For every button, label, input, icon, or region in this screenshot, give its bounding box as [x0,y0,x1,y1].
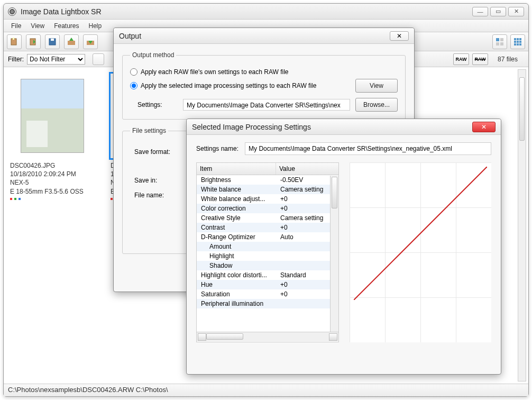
settings-table-body[interactable]: Brightness-0.50EVWhite balanceCamera set… [197,175,338,332]
output-dialog-titlebar: Output ✕ [114,28,414,44]
menu-help[interactable]: Help [85,21,106,31]
view-mode-2[interactable] [510,34,525,49]
row-value: +0 [276,280,338,289]
settings-name-value: My Documents\Image Data Converter SR\Set… [245,142,491,155]
filter-extra-button[interactable] [93,53,104,65]
svg-rect-11 [514,38,516,40]
svg-line-20 [354,167,487,300]
thumb-date: 10/18/2010 2:09:24 PM [10,170,100,178]
radio-own-settings-label: Apply each RAW file's own settings to ea… [141,68,289,76]
view-button[interactable]: View [355,79,398,93]
sips-dialog: Selected Image Processing Settings ✕ Set… [186,119,501,375]
row-value [276,242,338,251]
file-name-label: File name: [130,192,183,199]
thumb-filename: DSC00426.JPG [10,161,100,170]
output-dialog-close[interactable]: ✕ [390,31,409,41]
svg-rect-1 [13,38,14,40]
sips-close-button[interactable]: ✕ [472,122,496,132]
menu-view[interactable]: View [26,21,49,31]
row-item: Saturation [197,289,276,299]
settings-name-label: Settings name: [196,145,239,152]
raw-button-1[interactable]: RAW [453,53,469,65]
close-button[interactable]: ✕ [508,7,524,16]
toolbar-btn-1[interactable] [7,34,22,49]
table-row[interactable]: Contrast+0 [197,223,338,232]
svg-rect-13 [519,38,521,40]
thumbnail-image[interactable] [10,74,95,158]
thumbnail[interactable]: DSC00426.JPG 10/18/2010 2:09:24 PM NEX-5… [10,74,100,200]
row-value [276,261,338,270]
filter-label: Filter: [8,56,24,63]
app-title: Image Data Lightbox SR [21,7,472,16]
thumb-camera: NEX-5 [10,178,100,187]
table-row[interactable]: Creative StyleCamera setting [197,213,338,223]
file-count: 87 files [498,56,518,63]
file-settings-legend: File settings [130,127,168,134]
table-hscroll[interactable] [197,332,338,341]
settings-path: My Documents\Image Data Converter SR\Set… [183,99,350,111]
main-scrollbar[interactable] [518,69,526,381]
table-row[interactable]: D-Range OptimizerAuto [197,232,338,242]
toolbar-btn-2[interactable] [26,34,41,49]
thumb-lens: E 18-55mm F3.5-5.6 OSS [10,187,100,196]
svg-rect-8 [500,38,503,41]
row-item: D-Range Optimizer [197,232,276,242]
row-item: Highlight color distorti... [197,270,276,280]
svg-rect-14 [514,41,516,43]
svg-rect-18 [517,43,519,46]
svg-rect-15 [517,41,519,43]
row-item: Highlight [197,251,276,261]
table-row[interactable]: White balance adjust...+0 [197,194,338,204]
svg-rect-10 [500,42,503,46]
raw-button-2[interactable]: RAW [472,53,488,65]
settings-label: Settings: [130,101,178,108]
col-value: Value [276,163,338,175]
view-mode-1[interactable] [492,34,507,49]
row-value [276,251,338,261]
row-value: Standard [276,270,338,280]
save-button[interactable] [45,34,60,49]
table-row[interactable]: Saturation+0 [197,289,338,299]
row-item: Shadow [197,261,276,270]
row-value: -0.50EV [276,175,338,185]
save-in-label: Save in: [130,177,183,184]
radio-selected-settings[interactable] [130,82,137,89]
row-value: +0 [276,223,338,232]
row-item: Amount [197,242,276,251]
maximize-button[interactable]: ▭ [490,7,506,16]
output-method-group: Output method Apply each RAW file's own … [122,51,406,120]
row-value: +0 [276,289,338,299]
toolbar-btn-5[interactable] [83,34,98,49]
toolbar-btn-4[interactable] [64,34,79,49]
table-row[interactable]: Peripheral illumination [197,299,338,308]
browse-button[interactable]: Browse... [355,98,398,112]
table-row[interactable]: Amount [197,242,338,251]
app-icon [8,7,16,16]
titlebar: Image Data Lightbox SR — ▭ ✕ [4,4,528,20]
table-row[interactable]: Hue+0 [197,280,338,289]
table-vscroll[interactable] [330,176,338,332]
svg-rect-4 [51,39,54,41]
settings-table: Item Value Brightness-0.50EVWhite balanc… [196,162,339,342]
radio-selected-settings-label: Apply the selected image processing sett… [141,82,316,89]
row-item: Color correction [197,204,276,213]
table-row[interactable]: White balanceCamera setting [197,185,338,194]
table-row[interactable]: Shadow [197,261,338,270]
row-value: Camera setting [276,185,338,194]
table-row[interactable]: Highlight [197,251,338,261]
menu-file[interactable]: File [7,21,25,31]
row-value: +0 [276,204,338,213]
filter-select[interactable]: Do Not Filter [27,54,85,65]
row-value: Auto [276,232,338,242]
radio-own-settings[interactable] [130,68,137,76]
row-value: +0 [276,194,338,204]
table-row[interactable]: Highlight color distorti...Standard [197,270,338,280]
table-row[interactable]: Brightness-0.50EV [197,175,338,185]
row-item: Contrast [197,223,276,232]
table-row[interactable]: Color correction+0 [197,204,338,213]
menu-features[interactable]: Features [50,21,83,31]
svg-rect-17 [514,43,516,46]
minimize-button[interactable]: — [472,7,488,16]
svg-rect-16 [519,41,521,43]
row-item: Brightness [197,175,276,185]
